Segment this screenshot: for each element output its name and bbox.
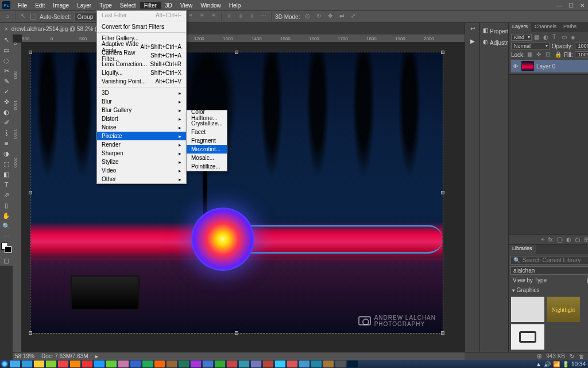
quickmask-icon[interactable]: ▢ [0, 255, 13, 266]
library-group[interactable]: ▾ Graphics [509, 286, 588, 294]
taskbar-app[interactable] [323, 361, 334, 367]
taskbar-app[interactable] [311, 361, 322, 367]
tool-eraser[interactable]: ⟆ [0, 128, 13, 138]
3d-slide-icon[interactable]: ⇄ [338, 13, 346, 21]
transform-handle[interactable] [441, 191, 444, 194]
filter-vanishing[interactable]: Vanishing Point...Alt+Ctrl+V [97, 77, 186, 86]
doc-close-icon[interactable]: × [5, 26, 8, 32]
taskbar-app[interactable] [215, 361, 225, 367]
app-minimize[interactable]: — [554, 2, 565, 9]
filter-type-icon[interactable]: T [552, 34, 559, 41]
transform-handle[interactable] [29, 51, 32, 54]
tool-stamp[interactable]: ◐ [0, 107, 13, 117]
align-icon-2[interactable]: ≡ [198, 13, 206, 21]
group-icon[interactable]: 🗀 [575, 236, 581, 243]
tool-eyedropper[interactable]: ✎ [0, 76, 13, 86]
layer-filter-kind[interactable]: Kind [511, 34, 532, 41]
transform-handle[interactable] [441, 51, 444, 54]
menu-help[interactable]: Help [225, 2, 245, 9]
3d-roll-icon[interactable]: ↻ [315, 13, 323, 21]
fill-value[interactable]: 100% [575, 51, 588, 58]
filter-smart-icon[interactable]: ◈ [571, 34, 578, 41]
clock[interactable]: 10:34 [571, 361, 586, 367]
menu-file[interactable]: File [14, 2, 31, 9]
blend-mode-dropdown[interactable]: Normal [511, 43, 550, 49]
delete-asset-icon[interactable]: 🗑 [579, 353, 585, 359]
pixelate-mosaic[interactable]: Mosaic... [187, 154, 227, 162]
taskbar-app[interactable] [227, 361, 237, 367]
taskbar-app[interactable] [70, 361, 80, 367]
doc-size[interactable]: Doc: 7.63M/7.63M [41, 353, 88, 359]
taskbar-app[interactable] [34, 361, 44, 367]
taskbar-app[interactable] [106, 361, 117, 367]
history-panel-icon[interactable]: ↩ [465, 23, 480, 36]
distribute-icon-2[interactable]: ⦀ [237, 13, 245, 21]
tray-icon[interactable]: 📶 [553, 361, 560, 367]
library-asset[interactable]: Nightlight [547, 297, 580, 322]
menu-window[interactable]: Window [196, 2, 225, 9]
tool-blur[interactable]: ◑ [0, 148, 13, 159]
filter-lens[interactable]: Lens Correction...Shift+Ctrl+R [97, 60, 186, 68]
taskbar-app[interactable] [203, 361, 213, 367]
tool-edit-toolbar[interactable]: ⋯ [0, 231, 13, 241]
link-layers-icon[interactable]: ⚭ [540, 236, 545, 243]
tool-move[interactable]: ↖ [0, 34, 13, 45]
tool-path[interactable]: ⬀ [0, 190, 13, 200]
filter-sub-blur[interactable]: Blur [97, 97, 186, 106]
menu-filter[interactable]: Filter [140, 2, 161, 9]
pixelate-crystallize[interactable]: Crystallize... [187, 119, 227, 128]
home-icon[interactable]: ⌂ [3, 13, 11, 21]
tray-icon[interactable]: 🔋 [562, 361, 569, 367]
adjustments-panel-tab[interactable]: ◐Adjustments [480, 37, 508, 48]
library-asset[interactable] [511, 297, 544, 322]
app-maximize[interactable]: ☐ [565, 2, 577, 9]
taskbar-app[interactable] [251, 361, 261, 367]
taskbar-app[interactable] [263, 361, 273, 367]
tab-paths[interactable]: Paths [560, 23, 580, 32]
menu-type[interactable]: Type [95, 2, 116, 9]
more-icon[interactable]: ⋯ [260, 13, 268, 21]
library-viewby[interactable]: View by Type ▦ ≡ [510, 277, 588, 284]
fx-icon[interactable]: fx [548, 236, 553, 243]
filter-sub-other[interactable]: Other [97, 175, 186, 183]
taskbar-app[interactable] [142, 361, 153, 367]
layer-thumbnail[interactable] [521, 61, 534, 71]
system-tray[interactable]: ▲ 🔊 📶 🔋 10:34 [536, 361, 588, 367]
pixelate-fragment[interactable]: Fragment [187, 136, 227, 145]
align-icon-3[interactable]: ≡ [210, 13, 218, 21]
taskbar-app[interactable] [239, 361, 249, 367]
taskbar-app[interactable] [167, 361, 177, 367]
taskbar-app[interactable] [82, 361, 92, 367]
tab-libraries[interactable]: Libraries [509, 245, 536, 254]
tray-icon[interactable]: 🔊 [544, 361, 551, 367]
lock-position-icon[interactable]: ✜ [536, 51, 543, 58]
filter-shape-icon[interactable]: ▭ [562, 34, 568, 41]
taskbar-app[interactable] [191, 361, 201, 367]
taskbar-app[interactable] [275, 361, 285, 367]
tool-shape[interactable]: ▯ [0, 200, 13, 210]
taskbar-app[interactable] [10, 361, 20, 367]
taskbar-app[interactable] [118, 361, 129, 367]
fg-bg-colors[interactable] [0, 241, 13, 255]
taskbar-app[interactable] [179, 361, 189, 367]
tool-crop[interactable]: ✂ [0, 66, 13, 76]
library-asset[interactable] [511, 324, 544, 350]
menu-3d[interactable]: 3D [161, 2, 176, 9]
taskbar-app[interactable] [94, 361, 105, 367]
taskbar-app[interactable] [154, 361, 165, 367]
filter-smart[interactable]: Convert for Smart Filters [97, 22, 186, 31]
filter-sub-pixelate[interactable]: Pixelate [97, 132, 186, 140]
tab-layers[interactable]: Layers [509, 23, 531, 32]
app-close[interactable]: ✕ [577, 2, 588, 9]
tool-heal[interactable]: ✓ [0, 86, 13, 97]
taskbar-app[interactable] [22, 361, 32, 367]
pixelate-color-halftone[interactable]: Color Halftone... [187, 110, 227, 119]
distribute-icon[interactable]: ⦀ [225, 13, 233, 21]
distribute-icon-3[interactable]: ⦀ [248, 13, 256, 21]
add-asset-icon[interactable]: ⊞ [537, 353, 541, 359]
transform-handle[interactable] [29, 191, 32, 194]
filter-adjust-icon[interactable]: ◐ [543, 34, 550, 41]
sync-icon[interactable]: ↻ [570, 353, 574, 359]
filter-sub-blur-gallery[interactable]: Blur Gallery [97, 106, 186, 114]
tool-brush[interactable]: ✜ [0, 97, 13, 107]
